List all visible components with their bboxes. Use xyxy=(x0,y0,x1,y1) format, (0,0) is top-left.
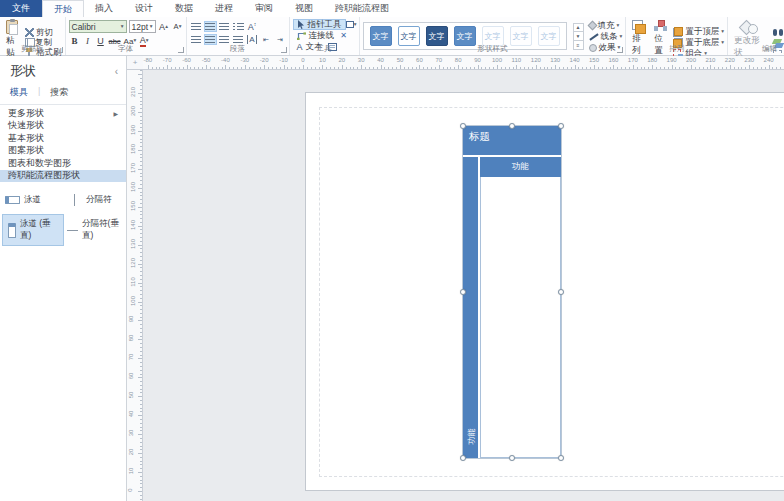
dropdown-caret-icon: ▾ xyxy=(150,24,153,30)
rectangle-icon xyxy=(346,21,354,28)
flyout-arrow-icon: ▶ xyxy=(113,110,118,117)
lane-body[interactable] xyxy=(480,177,561,458)
fill-icon xyxy=(587,21,597,31)
tab-process[interactable]: 进程 xyxy=(204,0,244,17)
find-button[interactable]: 查找▾ xyxy=(772,28,784,37)
swimlane-icon xyxy=(5,196,20,204)
tab-design[interactable]: 设计 xyxy=(124,0,164,17)
stencil-quick-shapes[interactable]: 快速形状 xyxy=(0,120,126,133)
tab-file[interactable]: 文件 xyxy=(0,0,42,17)
decrease-indent-icon: ⇤ xyxy=(263,36,269,44)
vertical-text-icon: A xyxy=(247,35,256,44)
panel-tab-search[interactable]: 搜索 xyxy=(50,86,68,99)
font-size-combo[interactable]: 12pt▾ xyxy=(129,20,156,33)
lane-header[interactable]: 功能 xyxy=(480,157,561,177)
selection-handle[interactable] xyxy=(509,123,515,129)
master-separator-vertical[interactable]: 分隔符(垂直) xyxy=(64,214,126,246)
selection-handle[interactable] xyxy=(558,289,564,295)
shape-style-tile[interactable]: 文字 xyxy=(482,26,504,46)
rectangle-tool-button[interactable]: ▾ xyxy=(346,19,357,30)
group-font: Calibri▾ 12pt▾ A▴ A▾ B I U abc Aa▾ A▾ xyxy=(66,17,187,55)
collapse-panel-icon[interactable]: ‹ xyxy=(115,66,118,77)
shape-style-tile[interactable]: 文字 xyxy=(454,26,476,46)
panel-tab-divider: | xyxy=(38,86,40,99)
increase-indent-icon: ⇥ xyxy=(277,36,283,44)
align-left-button[interactable] xyxy=(190,21,203,32)
align-center-icon xyxy=(205,23,215,31)
cut-icon xyxy=(25,28,34,37)
stencil-charts-math[interactable]: 图表和数学图形 xyxy=(0,157,126,170)
panel-tab-stencils[interactable]: 模具 xyxy=(10,86,28,99)
master-swimlane-vertical[interactable]: 泳道 (垂直) xyxy=(2,214,64,246)
tab-review[interactable]: 审阅 xyxy=(244,0,284,17)
stencil-basic-shapes[interactable]: 基本形状 xyxy=(0,132,126,145)
horizontal-ruler: -80-70-60-50-40-30-20-100102030405060708… xyxy=(143,56,784,70)
bullets-button[interactable] xyxy=(232,21,245,32)
group-paragraph: A↕ A ⇤ ⇥ 段落 xyxy=(187,17,290,55)
ruler-corner: + xyxy=(127,56,143,70)
gallery-scroll-up[interactable]: ▲ xyxy=(573,23,584,32)
master-swimlane[interactable]: 泳道 xyxy=(2,190,64,210)
paste-icon xyxy=(6,20,18,34)
shape-style-tile[interactable]: 文字 xyxy=(398,26,420,46)
stencil-more-shapes[interactable]: 更多形状▶ xyxy=(0,107,126,120)
shape-styles-dialog-launcher[interactable] xyxy=(617,47,623,53)
connector-icon xyxy=(297,31,306,40)
gallery-scroll-down[interactable]: ▼ xyxy=(573,32,584,41)
visio-window: 文件 开始 插入 设计 数据 进程 审阅 视图 跨职能流程图 粘贴 ▾ 剪切 复… xyxy=(0,0,784,501)
tab-home[interactable]: 开始 xyxy=(42,0,84,17)
selection-handle[interactable] xyxy=(460,455,466,461)
vertical-ruler: 2102001901801701601501401301201101009080… xyxy=(127,70,143,501)
clipboard-dialog-launcher[interactable] xyxy=(57,47,63,53)
text-spacing-button[interactable]: A↕ xyxy=(246,21,259,32)
shape-style-tile[interactable]: 文字 xyxy=(510,26,532,46)
shape-style-tile[interactable]: 文字 xyxy=(538,26,560,46)
pointer-tool-button[interactable]: 指针工具 xyxy=(293,19,346,30)
master-separator[interactable]: 分隔符 xyxy=(64,190,126,210)
connection-point-icon: ✕ xyxy=(340,31,347,40)
group-tools: 指针工具 ▾ 连接线 ✕ A 文本 xyxy=(290,17,360,55)
tab-insert[interactable]: 插入 xyxy=(84,0,124,17)
swimlane-vertical-shape[interactable]: 标题 功能 功能 xyxy=(463,126,561,458)
selection-handle[interactable] xyxy=(460,123,466,129)
fill-button[interactable]: 填充▾ xyxy=(588,21,624,30)
drawing-canvas[interactable]: 标题 功能 功能 xyxy=(143,70,784,501)
line-button[interactable]: 线条▾ xyxy=(588,32,624,41)
group-arrange: 排列 ▾ 位置 ▾ 置于顶层▾ 置于底层▾ 组合▾ 排列 xyxy=(626,17,728,55)
align-center-button[interactable] xyxy=(204,21,217,32)
separator-icon xyxy=(74,194,75,206)
bullets-icon xyxy=(233,23,244,31)
selection-handle[interactable] xyxy=(558,123,564,129)
align-right-button[interactable] xyxy=(218,21,231,32)
stencil-list: 更多形状▶ 快速形状 基本形状 图案形状 图表和数学图形 跨职能流程图形状 xyxy=(0,105,126,182)
stencil-pattern-shapes[interactable]: 图案形状 xyxy=(0,145,126,158)
tab-view[interactable]: 视图 xyxy=(284,0,324,17)
main-area: 形状 ‹ 模具 | 搜索 更多形状▶ 快速形状 基本形状 图案形状 图表和数学图… xyxy=(0,56,784,501)
selection-handle[interactable] xyxy=(509,455,515,461)
connection-point-tool-button[interactable]: ✕ xyxy=(338,30,349,41)
group-clipboard: 粘贴 ▾ 剪切 复制 格式刷 剪贴板 xyxy=(0,17,66,55)
swimlane-title-bar[interactable]: 标题 xyxy=(463,126,561,155)
selection-handle[interactable] xyxy=(460,289,466,295)
connector-tool-button[interactable]: 连接线 xyxy=(293,30,339,41)
font-dialog-launcher[interactable] xyxy=(178,47,184,53)
justify-icon xyxy=(233,36,243,44)
valign-top-icon xyxy=(191,36,201,44)
ribbon: 粘贴 ▾ 剪切 复制 格式刷 剪贴板 Calibri▾ xyxy=(0,17,784,56)
paragraph-dialog-launcher[interactable] xyxy=(281,47,287,53)
grow-font-button[interactable]: A▴ xyxy=(158,21,170,33)
bring-to-front-button[interactable]: 置于顶层▾ xyxy=(672,27,725,36)
swimlane-lane-band[interactable]: 功能 xyxy=(463,157,478,458)
shape-style-tile[interactable]: 文字 xyxy=(426,26,448,46)
shrink-font-button[interactable]: A▾ xyxy=(172,21,184,33)
font-name-combo[interactable]: Calibri▾ xyxy=(69,20,127,33)
tab-data[interactable]: 数据 xyxy=(164,0,204,17)
stencil-crossfunctional[interactable]: 跨职能流程图形状 xyxy=(0,170,126,183)
tab-crossfunctional[interactable]: 跨职能流程图 xyxy=(324,0,400,17)
selection-handle[interactable] xyxy=(558,455,564,461)
shape-style-tile[interactable]: 文字 xyxy=(370,26,392,46)
position-icon xyxy=(654,20,667,32)
find-icon xyxy=(773,28,783,37)
valign-middle-icon xyxy=(205,36,215,44)
separator-vertical-icon xyxy=(67,230,78,231)
